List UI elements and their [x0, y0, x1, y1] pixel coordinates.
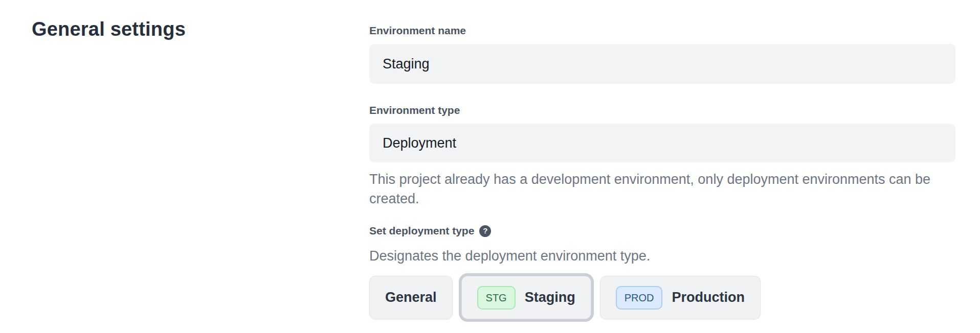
- deployment-type-option-general[interactable]: General: [369, 276, 453, 319]
- environment-type-input[interactable]: [369, 124, 955, 162]
- settings-form: Environment name Environment type This p…: [369, 18, 955, 319]
- deployment-type-options: General STG Staging PROD Production: [369, 273, 955, 319]
- environment-name-label: Environment name: [369, 23, 955, 38]
- production-option-label: Production: [672, 290, 745, 305]
- deployment-type-description: Designates the deployment environment ty…: [369, 246, 955, 266]
- general-option-label: General: [385, 290, 437, 305]
- deployment-type-option-staging[interactable]: STG Staging: [461, 276, 591, 319]
- set-deployment-type-row: Set deployment type ?: [369, 224, 955, 238]
- deployment-type-option-production[interactable]: PROD Production: [600, 276, 761, 319]
- general-settings-page: General settings Environment name Enviro…: [0, 0, 980, 319]
- stg-badge: STG: [477, 286, 516, 310]
- staging-option-label: Staging: [525, 290, 575, 305]
- heading-column: General settings: [32, 18, 369, 319]
- environment-type-label: Environment type: [369, 103, 955, 117]
- prod-badge: PROD: [616, 286, 663, 310]
- environment-name-input[interactable]: [369, 44, 955, 84]
- page-title: General settings: [32, 18, 369, 40]
- question-mark-icon[interactable]: ?: [479, 225, 491, 237]
- environment-type-help-text: This project already has a development e…: [369, 170, 955, 208]
- set-deployment-type-label: Set deployment type: [369, 224, 474, 238]
